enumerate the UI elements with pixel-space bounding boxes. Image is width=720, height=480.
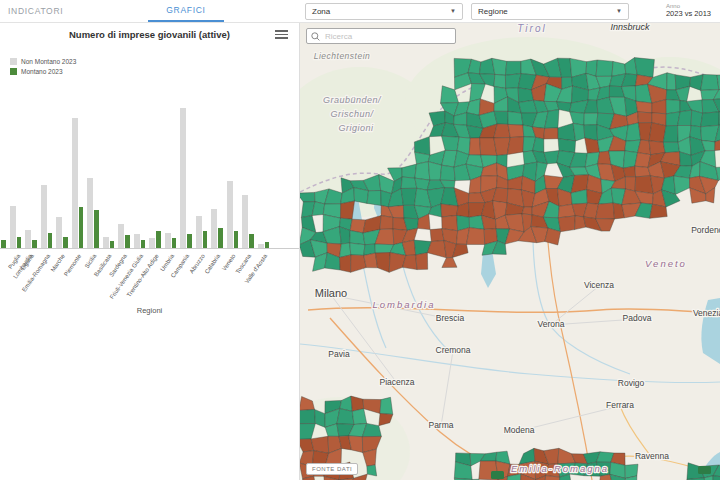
region-label: Tirol (517, 23, 546, 34)
city-label: Verona (538, 319, 565, 329)
city-label: Ravenna (635, 451, 669, 461)
city-label: Pavia (328, 349, 350, 359)
bar-montano[interactable] (156, 231, 161, 248)
x-axis-label: Calabria (0, 253, 217, 259)
map-panel: TirolInnsbruckLiechtensteinGraubünden/Gr… (300, 22, 720, 480)
bar-non-montano[interactable] (87, 178, 93, 248)
search-icon (311, 32, 320, 41)
bar-non-montano[interactable] (72, 118, 78, 248)
bar-non-montano[interactable] (41, 185, 47, 248)
x-axis-label: Friuli-Venezia Giulia (0, 253, 139, 259)
x-axis-label: Umbria (0, 253, 170, 259)
bar-montano[interactable] (265, 242, 270, 248)
bar-montano[interactable] (218, 228, 223, 248)
bar-non-montano[interactable] (258, 244, 264, 248)
anno-indicator: Anno 2023 vs 2013 (666, 3, 716, 19)
bar-montano[interactable] (203, 231, 208, 248)
bar-non-montano[interactable] (149, 238, 155, 248)
city-label: Ferrara (606, 400, 634, 410)
bar-montano[interactable] (187, 234, 192, 248)
region-label: Liechtenstein (314, 51, 371, 61)
bar-montano[interactable] (234, 231, 239, 248)
filter-controls: Zona ▼ Regione ▼ Anno 2023 vs 2013 (300, 0, 720, 22)
x-axis-label: Campania (0, 253, 186, 259)
x-axis-label: Toscana (0, 253, 248, 259)
top-header: INDICATORI GRAFICI Zona ▼ Regione ▼ Anno… (0, 0, 720, 23)
x-axis-label: Valle d'Aosta (0, 253, 263, 259)
bar-non-montano[interactable] (134, 234, 140, 248)
bar-plot (0, 102, 300, 249)
bar-montano[interactable] (110, 241, 115, 248)
chevron-down-icon: ▼ (450, 8, 456, 14)
bar-montano[interactable] (141, 240, 146, 248)
zona-dropdown-label: Zona (312, 7, 330, 16)
region-label: Lombardia (373, 299, 436, 310)
bar-non-montano[interactable] (180, 108, 186, 248)
city-label: Brescia (436, 313, 465, 323)
chevron-down-icon: ▼ (616, 8, 622, 14)
city-label: Vicenza (584, 280, 614, 290)
bar-non-montano[interactable] (10, 206, 16, 248)
bar-montano[interactable] (172, 238, 177, 248)
x-axis-label: Emilia-Romagna (0, 253, 46, 259)
bar-non-montano[interactable] (227, 181, 233, 248)
bar-non-montano[interactable] (211, 209, 217, 248)
regione-dropdown[interactable]: Regione ▼ (471, 3, 629, 20)
anno-value: 2023 vs 2013 (666, 10, 711, 19)
region-label: Grigioni (338, 123, 374, 133)
city-label: Pordenone (691, 225, 720, 235)
bar-montano[interactable] (32, 240, 37, 248)
bar-montano[interactable] (63, 237, 68, 248)
legend-item[interactable]: Non Montano 2023 (10, 58, 76, 65)
region-label: Graubünden/ (323, 95, 382, 105)
bar-non-montano[interactable] (165, 233, 171, 248)
x-axis-label: Lombardia (0, 253, 1, 259)
x-axis-label: Puglia (0, 253, 15, 259)
chart-panel: Numero di imprese giovanili (attive) Non… (0, 22, 300, 480)
city-label: Venezia (693, 308, 720, 318)
legend-item[interactable]: Montano 2023 (10, 68, 76, 75)
x-axis-label: Sicilia (0, 253, 93, 259)
search-input[interactable] (323, 31, 451, 42)
x-axis-labels: LombardiaPugliaLiguriaEmilia-RomagnaMarc… (0, 250, 300, 304)
bar-non-montano[interactable] (242, 195, 248, 248)
chart-menu-icon[interactable] (275, 30, 288, 41)
zona-dropdown[interactable]: Zona ▼ (305, 3, 463, 20)
city-label: Cremona (436, 345, 471, 355)
bar-montano[interactable] (48, 233, 53, 248)
map-search-box (306, 28, 456, 44)
city-label: Milano (315, 287, 347, 299)
bar-montano[interactable] (94, 210, 99, 248)
tab-grafici[interactable]: GRAFICI (148, 0, 224, 22)
bar-non-montano[interactable] (25, 230, 31, 248)
city-label: Rovigo (618, 378, 645, 388)
x-axis-label: Abruzzo (0, 253, 201, 259)
fonte-dati-button[interactable]: FONTE DATI (306, 463, 358, 475)
city-label: Parma (428, 420, 453, 430)
x-axis-label: Liguria (0, 253, 31, 259)
bar-non-montano[interactable] (196, 216, 202, 248)
x-axis-label: Piemonte (0, 253, 77, 259)
x-axis-title: Regioni (0, 306, 299, 315)
bar-montano[interactable] (17, 237, 22, 248)
chart-legend: Non Montano 2023Montano 2023 (10, 58, 76, 78)
bar-montano[interactable] (249, 234, 254, 248)
bar-montano[interactable] (125, 235, 130, 248)
region-label: Innsbruck (610, 22, 650, 32)
city-label: Modena (504, 425, 535, 435)
x-axis-label: Trentino-Alto Adige (0, 253, 155, 259)
region-label: Emilia-Romagna (511, 463, 609, 474)
x-axis-label: Marche (0, 253, 62, 259)
tab-indicatori[interactable]: INDICATORI (8, 0, 63, 22)
bar-non-montano[interactable] (56, 217, 62, 248)
legend-swatch (10, 68, 17, 75)
map-canvas[interactable]: TirolInnsbruckLiechtensteinGraubünden/Gr… (300, 22, 720, 480)
bar-montano[interactable] (79, 207, 84, 248)
x-axis-label: Veneto (0, 253, 232, 259)
x-axis-label: Sardegna (0, 253, 124, 259)
bar-non-montano[interactable] (103, 237, 109, 248)
bar-non-montano[interactable] (118, 224, 124, 248)
city-label: Piacenza (380, 377, 415, 387)
bar-montano[interactable] (1, 240, 6, 248)
regione-dropdown-label: Regione (478, 7, 508, 16)
